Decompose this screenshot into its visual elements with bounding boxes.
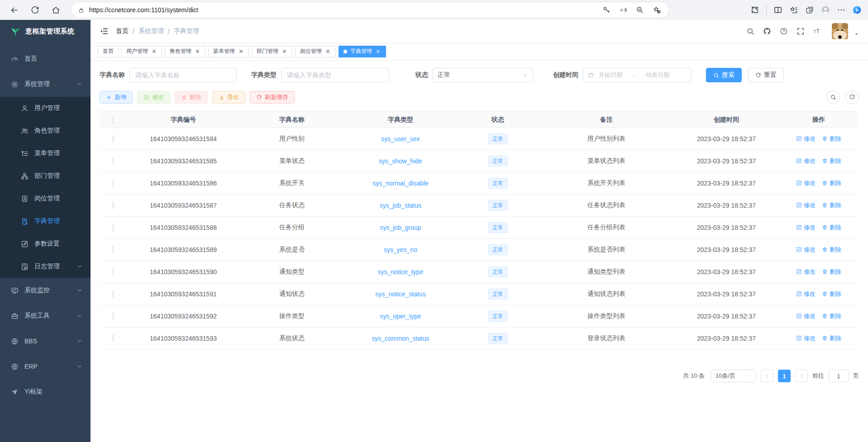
status-select[interactable]: 正常: [433, 68, 533, 82]
bing-chat-icon[interactable]: [853, 5, 862, 14]
sidebar-item-post-mgmt[interactable]: 岗位管理: [0, 187, 91, 210]
read-aloud-icon[interactable]: A: [619, 6, 627, 14]
user-avatar[interactable]: [832, 23, 848, 39]
github-icon[interactable]: [763, 27, 771, 35]
sidebar-item-log-mgmt[interactable]: 日志管理: [0, 255, 91, 278]
date-range-picker[interactable]: 开始日期 - 结束日期: [583, 68, 692, 82]
row-edit-link[interactable]: 修改: [796, 246, 816, 254]
tab-首页[interactable]: 首页: [98, 46, 119, 57]
row-edit-link[interactable]: 修改: [796, 334, 816, 342]
caret-down-icon[interactable]: [854, 32, 859, 37]
tab-角色管理[interactable]: 角色管理: [165, 46, 205, 57]
dict-type-link[interactable]: sys_show_hide: [379, 157, 422, 165]
dict-type-link[interactable]: sys_yes_no: [384, 246, 417, 253]
tab-close-icon[interactable]: [375, 48, 381, 54]
tab-岗位管理[interactable]: 岗位管理: [295, 46, 336, 57]
row-checkbox[interactable]: [113, 246, 114, 253]
next-page-button[interactable]: [795, 370, 808, 382]
add-button[interactable]: 新增: [100, 91, 133, 104]
goto-page-input[interactable]: [829, 370, 849, 382]
tab-菜单管理[interactable]: 菜单管理: [208, 46, 249, 57]
sidebar-item-erp[interactable]: ERP: [0, 354, 91, 379]
sidebar-item-system-mgmt[interactable]: 系统管理: [0, 71, 91, 97]
row-edit-link[interactable]: 修改: [796, 135, 816, 143]
row-checkbox[interactable]: [113, 268, 114, 276]
collections-icon[interactable]: [805, 5, 814, 14]
dict-type-link[interactable]: sys_job_group: [380, 224, 421, 231]
row-checkbox[interactable]: [113, 180, 114, 187]
dict-name-input[interactable]: [129, 68, 237, 82]
row-delete-link[interactable]: 删除: [822, 246, 841, 254]
split-screen-icon[interactable]: [773, 5, 782, 14]
tab-close-icon[interactable]: [281, 48, 287, 54]
select-all-checkbox[interactable]: [113, 116, 114, 124]
tab-用户管理[interactable]: 用户管理: [121, 46, 162, 57]
row-edit-link[interactable]: 修改: [796, 201, 816, 209]
dict-type-link[interactable]: sys_oper_type: [380, 313, 421, 320]
row-delete-link[interactable]: 删除: [822, 334, 841, 342]
more-icon[interactable]: [837, 5, 846, 14]
dict-type-link[interactable]: sys_notice_type: [378, 268, 423, 276]
sidebar-item-sys-monitor[interactable]: 系统监控: [0, 278, 91, 303]
tab-close-icon[interactable]: [238, 48, 244, 54]
dict-type-link[interactable]: sys_normal_disable: [372, 180, 429, 187]
tab-部门管理[interactable]: 部门管理: [252, 46, 292, 57]
row-edit-link[interactable]: 修改: [796, 157, 816, 165]
sidebar-item-dict-mgmt[interactable]: 字典管理: [0, 210, 91, 233]
delete-button[interactable]: 删除: [175, 91, 208, 104]
sidebar-item-dept-mgmt[interactable]: 部门管理: [0, 165, 91, 187]
dict-type-link[interactable]: sys_job_status: [380, 202, 422, 209]
row-delete-link[interactable]: 删除: [822, 223, 841, 232]
sidebar-item-home[interactable]: 首页: [0, 46, 91, 71]
sidebar-item-yi-frame[interactable]: Yi框架: [0, 379, 91, 404]
row-checkbox[interactable]: [113, 290, 114, 298]
row-delete-link[interactable]: 删除: [822, 312, 841, 320]
refresh-table-button[interactable]: [845, 90, 859, 104]
row-checkbox[interactable]: [113, 313, 114, 320]
row-checkbox[interactable]: [113, 202, 114, 209]
export-button[interactable]: 导出: [212, 91, 245, 104]
sidebar-fold-icon[interactable]: [100, 27, 109, 36]
profile-icon[interactable]: [821, 5, 830, 14]
row-checkbox[interactable]: [113, 224, 114, 231]
row-delete-link[interactable]: 删除: [822, 201, 841, 209]
start-date-placeholder[interactable]: 开始日期: [599, 71, 622, 79]
font-size-icon[interactable]: TT: [813, 27, 821, 35]
toggle-search-button[interactable]: [826, 90, 840, 104]
add-favorite-icon[interactable]: [653, 6, 661, 14]
tab-close-icon[interactable]: [151, 48, 157, 54]
url-text[interactable]: https://ccnetcore.com:1101/system/dict: [89, 6, 602, 14]
search-button[interactable]: 搜索: [706, 68, 742, 82]
row-delete-link[interactable]: 删除: [822, 290, 841, 298]
tab-close-icon[interactable]: [195, 48, 200, 54]
extensions-icon[interactable]: [750, 5, 759, 14]
reset-button[interactable]: 重置: [748, 68, 784, 82]
row-edit-link[interactable]: 修改: [796, 268, 816, 276]
row-edit-link[interactable]: 修改: [796, 312, 816, 320]
row-delete-link[interactable]: 删除: [822, 268, 841, 276]
dict-type-link[interactable]: sys_common_status: [372, 335, 429, 342]
zoom-out-icon[interactable]: [636, 6, 644, 14]
row-checkbox[interactable]: [113, 135, 114, 143]
tab-close-icon[interactable]: [325, 48, 331, 54]
address-bar[interactable]: https://ccnetcore.com:1101/system/dict A: [72, 2, 669, 18]
sidebar-item-role-mgmt[interactable]: 角色管理: [0, 119, 91, 142]
sidebar-item-param-set[interactable]: 参数设置: [0, 233, 91, 255]
row-checkbox[interactable]: [113, 157, 114, 165]
sidebar-item-user-mgmt[interactable]: 用户管理: [0, 97, 91, 119]
row-edit-link[interactable]: 修改: [796, 179, 816, 187]
end-date-placeholder[interactable]: 结束日期: [646, 71, 669, 79]
row-delete-link[interactable]: 删除: [822, 179, 841, 187]
key-icon[interactable]: [602, 6, 610, 14]
row-delete-link[interactable]: 删除: [822, 157, 841, 165]
dict-type-input[interactable]: [281, 68, 389, 82]
home-button[interactable]: [48, 2, 63, 18]
favorites-icon[interactable]: [789, 5, 798, 14]
dict-type-link[interactable]: sys_user_sex: [381, 135, 420, 143]
current-page-button[interactable]: 1: [778, 370, 791, 382]
dict-type-link[interactable]: sys_notice_status: [375, 290, 425, 298]
edit-button[interactable]: 修改: [137, 91, 170, 104]
back-button[interactable]: [6, 2, 22, 18]
fullscreen-icon[interactable]: [796, 27, 805, 35]
page-size-select[interactable]: 10条/页: [711, 370, 756, 382]
